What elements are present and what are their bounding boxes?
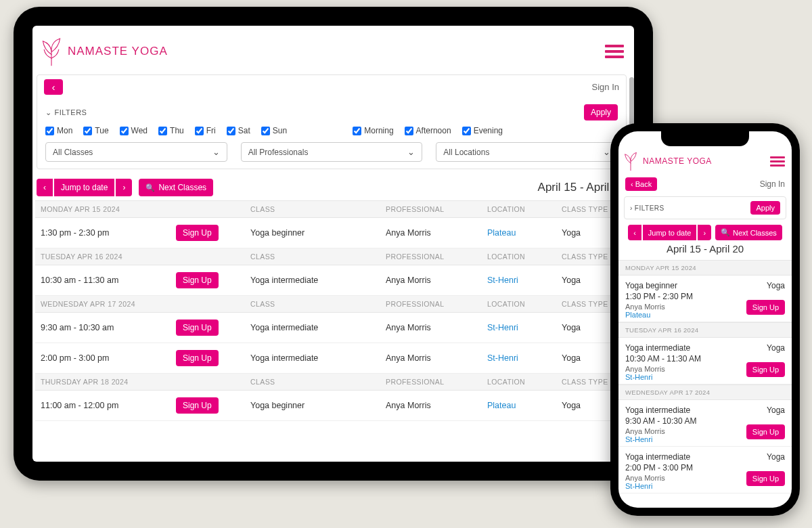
phone-date-range: April 15 - April 20: [618, 243, 792, 255]
phone-sign-up-button[interactable]: Sign Up: [746, 471, 785, 486]
chevron-right-icon: ›: [630, 204, 633, 212]
col-header-class: CLASS: [245, 201, 380, 218]
filters-title-text: FILTERS: [55, 108, 87, 116]
class-professional: Anya Morris: [380, 218, 482, 248]
col-header-location: LOCATION: [482, 374, 556, 391]
class-time: 1:30 pm - 2:30 pm: [35, 218, 171, 248]
class-name: Yoga intermediate: [245, 343, 380, 374]
checkbox-tue[interactable]: Tue: [83, 126, 108, 135]
sign-in-link[interactable]: Sign In: [592, 82, 619, 92]
checkbox-afternoon[interactable]: Afternoon: [405, 126, 451, 135]
phone-device: NAMASTE YOGA ‹ Back Sign In › FILTERS Ap: [610, 123, 800, 516]
phone-notch: [661, 131, 749, 146]
select-professionals[interactable]: All Professionals: [241, 142, 423, 162]
checkbox-wed[interactable]: Wed: [120, 126, 148, 135]
phone-sign-up-button[interactable]: Sign Up: [746, 300, 785, 315]
class-name: Yoga intermediate: [245, 313, 380, 343]
class-row: 9:30 am - 10:30 amSign UpYoga intermedia…: [35, 313, 631, 343]
checkbox-morning[interactable]: Morning: [353, 126, 393, 135]
select-locations[interactable]: All Locations: [436, 142, 618, 162]
date-bar: ‹ Jump to date › Next Classes April 15 -…: [37, 179, 625, 196]
phone-date-prev-button[interactable]: ‹: [628, 225, 641, 240]
class-row: 11:00 am - 12:00 pmSign UpYoga beginnerA…: [35, 391, 631, 421]
phone-jump-to-date-button[interactable]: Jump to date: [643, 225, 697, 240]
phone-sign-in-link[interactable]: Sign In: [760, 179, 785, 189]
tablet-screen: NAMASTE YOGA ‹ Sign In ⌄: [32, 26, 634, 462]
phone-class-type: Yoga: [767, 405, 785, 415]
phone-day-header: TUESDAY APR 16 2024: [618, 322, 792, 338]
sign-up-button[interactable]: Sign Up: [176, 225, 219, 241]
class-name: Yoga beginner: [245, 218, 380, 248]
filters-panel: ⌄ FILTERS Apply Mon Tue Wed Thu Fri Sat: [37, 99, 626, 169]
phone-class-type: Yoga: [767, 452, 785, 462]
chevron-left-icon: ‹: [631, 180, 633, 188]
chevron-left-icon: ‹: [633, 229, 636, 237]
back-chevron-button[interactable]: ‹: [44, 79, 63, 95]
sign-up-button[interactable]: Sign Up: [176, 272, 219, 288]
checkbox-sun[interactable]: Sun: [261, 126, 287, 135]
phone-day-header: WEDNESDAY APR 17 2024: [618, 384, 792, 400]
class-location-link[interactable]: St-Henri: [487, 276, 518, 285]
date-prev-button[interactable]: ‹: [37, 179, 53, 196]
checkbox-mon[interactable]: Mon: [45, 126, 72, 135]
menu-hamburger-icon[interactable]: [605, 42, 624, 61]
phone-class-card: Yoga intermediateYoga9:30 AM - 10:30 AMA…: [618, 400, 792, 447]
tablet-body: ‹ Sign In ⌄ FILTERS Apply Mon: [32, 74, 634, 462]
chevron-down-icon: ⌄: [45, 108, 52, 117]
search-icon: [145, 183, 155, 192]
phone-back-button[interactable]: ‹ Back: [625, 177, 657, 191]
day-header-row: THURSDAY APR 18 2024CLASSPROFESSIONALLOC…: [35, 374, 631, 391]
class-professional: Anya Morris: [380, 265, 482, 296]
phone-header: NAMASTE YOGA: [618, 146, 792, 175]
phone-class-card: Yoga beginnerYoga1:30 PM - 2:30 PMAnya M…: [618, 276, 792, 322]
class-time: 9:30 am - 10:30 am: [35, 313, 171, 343]
topline: ‹ Sign In: [37, 75, 626, 99]
checkbox-fri[interactable]: Fri: [195, 126, 216, 135]
brand[interactable]: NAMASTE YOGA: [39, 36, 168, 67]
checkbox-thu[interactable]: Thu: [158, 126, 184, 135]
phone-day-header: MONDAY APR 15 2024: [618, 260, 792, 276]
tablet-device: NAMASTE YOGA ‹ Sign In ⌄: [14, 7, 653, 481]
class-row: 10:30 am - 11:30 amSign UpYoga intermedi…: [35, 265, 631, 296]
leaf-logo-icon: [39, 36, 64, 67]
col-header-location: LOCATION: [482, 201, 556, 218]
phone-filters-toggle[interactable]: › FILTERS: [630, 204, 664, 212]
phone-sign-up-button[interactable]: Sign Up: [746, 362, 785, 377]
class-name: Yoga beginner: [245, 391, 380, 421]
top-panel: ‹ Sign In ⌄ FILTERS Apply Mon: [37, 74, 627, 169]
class-location-link[interactable]: St-Henri: [487, 353, 518, 363]
class-location-link[interactable]: Plateau: [487, 228, 516, 238]
sign-up-button[interactable]: Sign Up: [176, 320, 219, 336]
phone-menu-hamburger-icon[interactable]: [770, 154, 785, 169]
class-location-link[interactable]: Plateau: [487, 401, 516, 410]
apply-button[interactable]: Apply: [584, 104, 618, 120]
phone-date-next-button[interactable]: ›: [698, 225, 711, 240]
phone-apply-button[interactable]: Apply: [750, 201, 780, 215]
phone-next-classes-button[interactable]: Next Classes: [715, 225, 782, 240]
chevron-left-icon: ‹: [52, 82, 55, 92]
phone-brand[interactable]: NAMASTE YOGA: [623, 151, 712, 171]
sign-up-button[interactable]: Sign Up: [176, 350, 219, 366]
phone-sign-up-button[interactable]: Sign Up: [746, 424, 785, 439]
next-classes-button[interactable]: Next Classes: [139, 179, 213, 196]
class-row: 2:00 pm - 3:00 pmSign UpYoga intermediat…: [35, 343, 631, 374]
phone-topline: ‹ Back Sign In: [618, 175, 792, 194]
class-row: 1:30 pm - 2:30 pmSign UpYoga beginnerAny…: [35, 218, 631, 248]
phone-date-bar: ‹ Jump to date › Next Classes: [624, 225, 786, 240]
class-professional: Anya Morris: [380, 391, 482, 421]
leaf-logo-icon: [623, 151, 639, 171]
sign-up-button[interactable]: Sign Up: [176, 397, 219, 414]
date-next-button[interactable]: ›: [116, 179, 132, 196]
class-location-link[interactable]: St-Henri: [487, 323, 518, 332]
class-professional: Anya Morris: [380, 313, 482, 343]
jump-to-date-button[interactable]: Jump to date: [54, 179, 114, 196]
filters-toggle[interactable]: ⌄ FILTERS: [45, 108, 87, 117]
checkbox-sat[interactable]: Sat: [227, 126, 250, 135]
schedule-table: MONDAY APR 15 2024CLASSPROFESSIONALLOCAT…: [35, 200, 631, 421]
tablet-header: NAMASTE YOGA: [32, 26, 634, 74]
checkbox-evening[interactable]: Evening: [462, 126, 503, 135]
day-date: THURSDAY APR 18 2024: [35, 374, 171, 391]
col-header-class: CLASS: [245, 248, 380, 265]
select-classes[interactable]: All Classes: [45, 142, 227, 162]
chevron-left-icon: ‹: [43, 183, 46, 192]
